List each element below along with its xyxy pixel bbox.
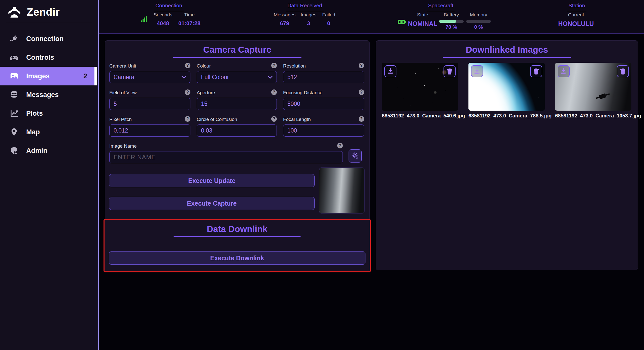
stat-messages: Messages 679 bbox=[274, 12, 296, 27]
capture-preview-image[interactable] bbox=[319, 168, 364, 213]
execute-update-button[interactable]: Execute Update bbox=[109, 174, 315, 187]
downlinked-image-card: 68581192_473.0_Camera_1053.7.jpg bbox=[555, 63, 631, 119]
field-camera-unit: Camera Unit ? Camera bbox=[109, 63, 190, 83]
stat-time: Time 01:07:28 bbox=[178, 12, 200, 27]
auto-name-button[interactable] bbox=[349, 149, 362, 163]
location-pin-icon bbox=[10, 128, 19, 137]
stat-battery: Battery 70 % bbox=[439, 12, 464, 30]
download-image-button[interactable] bbox=[384, 65, 396, 77]
downlinked-image-thumbnail[interactable] bbox=[555, 63, 631, 111]
image-icon bbox=[10, 72, 19, 81]
memory-bar bbox=[466, 20, 491, 23]
help-icon[interactable]: ? bbox=[271, 116, 277, 122]
sidebar-item-messages[interactable]: Messages bbox=[0, 85, 98, 104]
aperture-input[interactable] bbox=[197, 98, 277, 110]
help-icon[interactable]: ? bbox=[359, 63, 364, 68]
circle-of-confusion-input[interactable] bbox=[197, 124, 277, 137]
sidebar-item-images[interactable]: Images 2 bbox=[0, 67, 97, 85]
stat-images: Images 3 bbox=[301, 12, 316, 27]
help-icon[interactable]: ? bbox=[185, 89, 190, 95]
sidebar-item-label: Admin bbox=[26, 147, 47, 155]
delete-image-button[interactable] bbox=[617, 65, 629, 77]
header-station-title: Station bbox=[567, 3, 586, 11]
field-pixel-pitch: Pixel Pitch ? bbox=[109, 117, 190, 137]
title-underline bbox=[174, 236, 301, 237]
status-header: Connection Seconds 4048 Time 01:07:28 Da… bbox=[99, 0, 644, 34]
downlinked-image-filename: 68581192_473.0_Camera_788.5.jpg bbox=[468, 113, 545, 119]
shield-user-icon bbox=[10, 146, 19, 155]
sidebar-item-admin[interactable]: Admin bbox=[0, 141, 98, 160]
pixel-pitch-input[interactable] bbox=[109, 124, 190, 137]
help-icon[interactable]: ? bbox=[271, 63, 277, 68]
execute-downlink-button[interactable]: Execute Downlink bbox=[109, 251, 365, 265]
execute-capture-button[interactable]: Execute Capture bbox=[109, 197, 315, 210]
image-name-input[interactable] bbox=[109, 151, 343, 163]
title-underline bbox=[443, 57, 571, 58]
help-icon[interactable]: ? bbox=[271, 89, 277, 95]
help-icon[interactable]: ? bbox=[359, 89, 364, 95]
sidebar-item-label: Plots bbox=[26, 110, 43, 117]
help-icon[interactable]: ? bbox=[185, 63, 190, 68]
logo: Zendir bbox=[0, 0, 98, 19]
delete-image-button[interactable] bbox=[444, 65, 456, 77]
stat-station-current: Current HONOLULU bbox=[558, 12, 594, 27]
sidebar-item-label: Controls bbox=[26, 54, 54, 61]
zendir-logo-icon bbox=[7, 6, 22, 19]
sidebar-item-plots[interactable]: Plots bbox=[0, 104, 98, 123]
downlinked-images-title: Downlinked Images bbox=[376, 45, 638, 55]
sidebar-item-label: Images bbox=[26, 72, 50, 80]
images-count-badge: 2 bbox=[83, 72, 87, 80]
download-image-button[interactable] bbox=[558, 65, 570, 77]
header-spacecraft-title: Spacecraft bbox=[427, 3, 455, 11]
data-downlink-panel-highlighted: Data Downlink Execute Downlink bbox=[104, 219, 371, 272]
title-underline bbox=[173, 57, 301, 58]
help-icon[interactable]: ? bbox=[337, 143, 343, 148]
sidebar-scrollbar-thumb[interactable] bbox=[94, 67, 97, 85]
stat-memory: Memory 0 % bbox=[466, 12, 491, 30]
resolution-input[interactable] bbox=[283, 71, 364, 83]
station-current-value: HONOLULU bbox=[558, 20, 594, 27]
delete-image-button[interactable] bbox=[530, 65, 542, 77]
camera-unit-select[interactable]: Camera bbox=[109, 71, 190, 83]
field-colour: Colour ? Full Colour bbox=[197, 63, 277, 83]
main-content: Camera Capture Camera Unit ? Camera Colo… bbox=[99, 35, 644, 350]
chevron-down-icon bbox=[268, 76, 273, 79]
download-image-button[interactable] bbox=[471, 65, 483, 77]
plug-icon bbox=[10, 34, 19, 43]
sidebar-item-label: Connection bbox=[26, 35, 64, 43]
help-icon[interactable]: ? bbox=[185, 116, 190, 122]
header-connection-title: Connection bbox=[154, 3, 184, 11]
downlinked-image-thumbnail[interactable] bbox=[468, 63, 545, 111]
stat-state: State NOMINAL bbox=[408, 12, 437, 27]
sidebar: Zendir Connection bbox=[0, 0, 99, 350]
stat-seconds: Seconds 4048 bbox=[154, 12, 172, 27]
camera-capture-title: Camera Capture bbox=[105, 45, 369, 55]
sidebar-item-label: Messages bbox=[26, 91, 59, 99]
trash-icon bbox=[532, 68, 540, 75]
chart-icon bbox=[10, 109, 19, 118]
field-aperture: Aperture ? bbox=[197, 90, 277, 110]
focusing-distance-input[interactable] bbox=[283, 98, 364, 110]
sidebar-item-controls[interactable]: Controls bbox=[0, 48, 98, 67]
field-circle-of-confusion: Circle of Confusion ? bbox=[197, 117, 277, 137]
field-focusing-distance: Focusing Distance ? bbox=[283, 90, 364, 110]
sidebar-item-connection[interactable]: Connection bbox=[0, 29, 98, 48]
field-of-view-input[interactable] bbox=[109, 98, 190, 110]
colour-select[interactable]: Full Colour bbox=[197, 71, 277, 83]
download-icon bbox=[473, 68, 481, 75]
sidebar-item-map[interactable]: Map bbox=[0, 123, 98, 141]
app-root: Zendir Connection bbox=[0, 0, 644, 350]
field-image-name: Image Name ? bbox=[109, 143, 343, 163]
trash-icon bbox=[446, 68, 453, 75]
data-downlink-title: Data Downlink bbox=[105, 224, 370, 234]
download-icon bbox=[387, 68, 394, 75]
downlinked-image-thumbnail[interactable] bbox=[382, 63, 458, 111]
sidebar-item-label: Map bbox=[26, 128, 40, 136]
header-data-received-title: Data Received bbox=[286, 3, 324, 11]
camera-capture-panel: Camera Capture Camera Unit ? Camera Colo… bbox=[105, 40, 370, 221]
trash-icon bbox=[619, 68, 627, 75]
help-icon[interactable]: ? bbox=[359, 116, 364, 122]
downlinked-image-card: 68581192_473.0_Camera_788.5.jpg bbox=[468, 63, 545, 119]
battery-bar bbox=[439, 20, 464, 23]
focal-length-input[interactable] bbox=[283, 124, 364, 137]
